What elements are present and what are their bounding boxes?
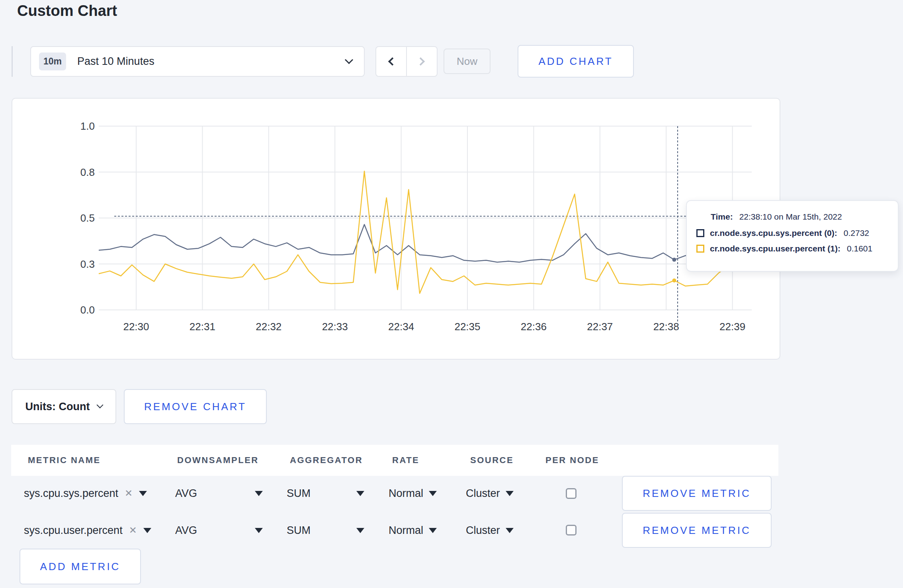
series-swatch-user-icon [696, 245, 704, 253]
rate-select[interactable]: Normal [389, 476, 437, 511]
dropdown-caret-icon [255, 491, 263, 496]
svg-text:0.0: 0.0 [80, 304, 95, 316]
units-selector[interactable]: Units: Count [12, 389, 116, 424]
col-header-source: SOURCE [470, 445, 514, 476]
metric-name: sys.cpu.sys.percent [24, 487, 118, 500]
col-header-per-node: PER NODE [545, 445, 599, 476]
svg-text:22:35: 22:35 [454, 321, 480, 333]
svg-text:22:34: 22:34 [388, 321, 414, 333]
rate-select[interactable]: Normal [389, 513, 437, 548]
svg-text:22:31: 22:31 [190, 321, 215, 333]
tooltip-time-value: 22:38:10 on Mar 15th, 2022 [739, 212, 842, 221]
svg-text:22:37: 22:37 [587, 321, 613, 333]
svg-text:22:33: 22:33 [322, 321, 348, 333]
chevron-down-icon [97, 402, 104, 409]
toolbar-divider [12, 46, 13, 77]
downsampler-value: AVG [175, 487, 197, 500]
now-button[interactable]: Now [444, 49, 491, 74]
remove-metric-button[interactable]: REMOVE METRIC [622, 476, 772, 511]
col-header-downsampler: DOWNSAMPLER [177, 445, 259, 476]
source-value: Cluster [466, 524, 500, 537]
svg-text:22:38: 22:38 [653, 321, 679, 333]
svg-text:1.0: 1.0 [80, 120, 95, 132]
clear-metric-icon[interactable]: ✕ [129, 525, 137, 536]
dropdown-caret-icon[interactable] [139, 491, 147, 496]
line-chart[interactable]: 1.00.80.50.30.022:3022:3122:3222:3322:34… [12, 99, 780, 359]
clear-metric-icon[interactable]: ✕ [125, 488, 133, 499]
aggregator-value: SUM [287, 487, 311, 500]
rate-value: Normal [389, 524, 423, 537]
svg-text:0.8: 0.8 [80, 166, 95, 178]
source-select[interactable]: Cluster [466, 513, 514, 548]
col-header-metric-name: METRIC NAME [28, 445, 101, 476]
chevron-right-icon [416, 57, 425, 66]
downsampler-select[interactable]: AVG [175, 513, 263, 548]
dropdown-caret-icon [506, 528, 514, 533]
aggregator-select[interactable]: SUM [287, 476, 364, 511]
col-header-aggregator: AGGREGATOR [290, 445, 363, 476]
svg-text:22:30: 22:30 [123, 321, 149, 333]
dropdown-caret-icon [356, 491, 364, 496]
svg-text:0.3: 0.3 [80, 258, 95, 270]
metric-name-cell[interactable]: sys.cpu.sys.percent ✕ [24, 476, 147, 511]
svg-text:22:32: 22:32 [256, 321, 281, 333]
time-range-selector[interactable]: 10m Past 10 Minutes [30, 46, 365, 77]
next-time-button[interactable] [406, 47, 437, 76]
metric-name: sys.cpu.user.percent [24, 524, 123, 537]
remove-chart-button[interactable]: REMOVE CHART [124, 389, 267, 424]
add-chart-button[interactable]: ADD CHART [518, 45, 634, 78]
dropdown-caret-icon[interactable] [143, 528, 151, 533]
svg-text:0.5: 0.5 [80, 212, 95, 224]
page-title: Custom Chart [17, 2, 117, 19]
chevron-left-icon [388, 57, 397, 66]
tooltip-series-value: 0.2732 [844, 228, 869, 238]
tooltip-series-name: cr.node.sys.cpu.sys.percent (0): [710, 228, 837, 238]
chart-tooltip: Time:22:38:10 on Mar 15th, 2022 cr.node.… [686, 200, 899, 272]
dropdown-caret-icon [506, 491, 514, 496]
series-swatch-sys-icon [696, 229, 704, 237]
downsampler-value: AVG [175, 524, 197, 537]
chevron-down-icon [345, 56, 353, 64]
svg-text:22:39: 22:39 [719, 321, 745, 333]
aggregator-select[interactable]: SUM [287, 513, 364, 548]
aggregator-value: SUM [287, 524, 311, 537]
prev-time-button[interactable] [376, 47, 406, 76]
source-value: Cluster [466, 487, 500, 500]
per-node-checkbox[interactable] [566, 525, 577, 535]
dropdown-caret-icon [429, 491, 437, 496]
time-nav-arrows [375, 46, 438, 77]
chart-panel: 1.00.80.50.30.022:3022:3122:3222:3322:34… [12, 98, 780, 360]
rate-value: Normal [389, 487, 423, 500]
tooltip-time-label: Time: [711, 212, 733, 221]
add-metric-button[interactable]: ADD METRIC [20, 549, 141, 584]
dropdown-caret-icon [429, 528, 437, 533]
metrics-table-header: METRIC NAME DOWNSAMPLER AGGREGATOR RATE … [11, 445, 778, 476]
time-range-badge: 10m [39, 53, 66, 70]
remove-metric-button[interactable]: REMOVE METRIC [622, 513, 772, 548]
source-select[interactable]: Cluster [466, 476, 514, 511]
dropdown-caret-icon [356, 528, 364, 533]
col-header-rate: RATE [392, 445, 419, 476]
downsampler-select[interactable]: AVG [175, 476, 263, 511]
tooltip-series-value: 0.1601 [847, 244, 872, 253]
time-range-label: Past 10 Minutes [77, 55, 154, 68]
svg-text:22:36: 22:36 [521, 321, 547, 333]
per-node-checkbox[interactable] [566, 488, 577, 499]
metric-name-cell[interactable]: sys.cpu.user.percent ✕ [24, 513, 151, 548]
dropdown-caret-icon [255, 528, 263, 533]
units-label: Units: Count [25, 401, 90, 413]
tooltip-series-name: cr.node.sys.cpu.user.percent (1): [710, 244, 840, 253]
